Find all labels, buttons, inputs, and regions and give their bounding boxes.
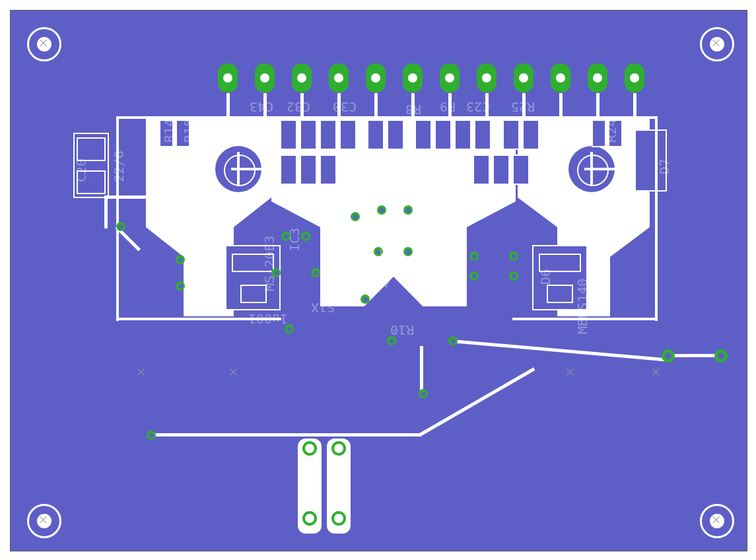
via bbox=[116, 222, 125, 231]
mount-hole-tr bbox=[700, 27, 734, 61]
mount-hole-tl bbox=[27, 27, 61, 61]
mount-hole-bl bbox=[27, 504, 61, 538]
pcb-board: C20 22/6 R14 R18 L4 C33 C31 IC3 R10 D8 1… bbox=[10, 10, 747, 551]
diode-D7 bbox=[635, 129, 667, 192]
trace bbox=[104, 195, 151, 199]
mount-hole-br bbox=[700, 504, 734, 538]
